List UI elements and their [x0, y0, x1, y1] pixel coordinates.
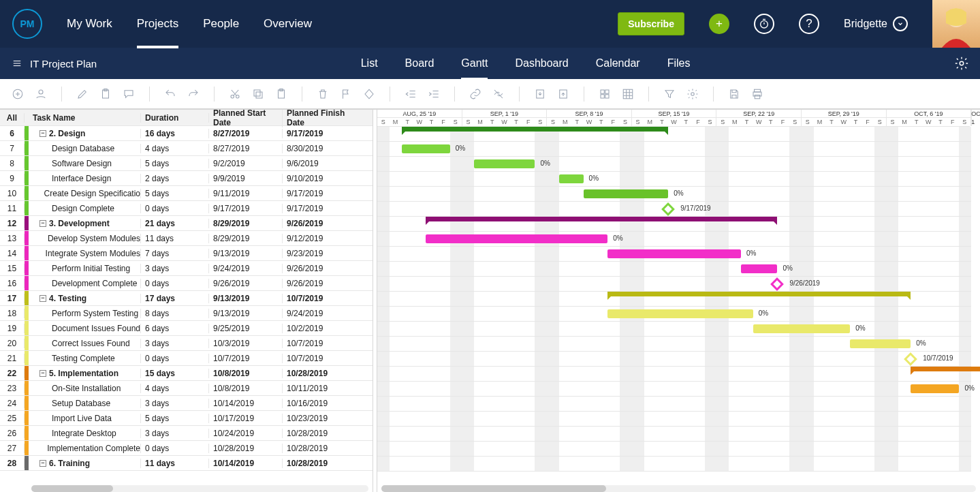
h-scrollbar-left[interactable] [31, 485, 368, 492]
cut-icon[interactable] [228, 87, 242, 101]
gantt-bar[interactable] [426, 234, 607, 243]
task-name-cell[interactable]: Perform System Testing [29, 309, 141, 318]
table-row[interactable]: 28− 6. Training11 days10/14/201910/28/20… [0, 456, 373, 471]
table-row[interactable]: 8Software Design5 days9/2/20199/6/2019 [0, 156, 373, 171]
gantt-bar[interactable] [607, 309, 753, 318]
grid-2-icon[interactable] [621, 87, 635, 101]
assign-icon[interactable] [34, 87, 48, 101]
unlink-icon[interactable] [492, 87, 505, 101]
clipboard-icon[interactable] [99, 87, 112, 101]
table-row[interactable]: 26Integrate Desktop3 days10/24/201910/28… [0, 426, 373, 441]
table-row[interactable]: 21Testing Complete0 days10/7/201910/7/20… [0, 351, 373, 366]
gear-icon[interactable] [954, 56, 969, 71]
copy-icon[interactable] [251, 87, 265, 101]
indent-icon[interactable] [427, 87, 441, 101]
task-name-cell[interactable]: Integrate Desktop [29, 429, 141, 438]
paste-icon[interactable] [274, 87, 288, 101]
table-row[interactable]: 25Import Live Data5 days10/17/201910/23/… [0, 411, 373, 426]
task-name-cell[interactable]: − 2. Design [29, 129, 141, 138]
col-header-finish[interactable]: Planned Finish Date [283, 110, 358, 127]
task-name-cell[interactable]: Perform Initial Testing [29, 264, 141, 273]
col-header-start[interactable]: Planned Start Date [209, 110, 283, 127]
gantt-bar[interactable] [850, 339, 911, 348]
table-row[interactable]: 23On-Site Installation4 days10/8/201910/… [0, 381, 373, 396]
avatar[interactable] [932, 0, 980, 48]
add-task-icon[interactable] [11, 87, 25, 101]
gantt-summary-bar[interactable] [402, 127, 669, 132]
gantt-bar[interactable] [559, 174, 584, 183]
table-row[interactable]: 18Perform System Testing8 days9/13/20199… [0, 306, 373, 321]
nav-overview[interactable]: Overview [264, 2, 312, 46]
delete-icon[interactable] [316, 87, 330, 101]
task-name-cell[interactable]: Setup Database [29, 399, 141, 408]
export-icon[interactable] [556, 87, 570, 101]
table-row[interactable]: 17− 4. Testing17 days9/13/201910/7/2019 [0, 291, 373, 306]
task-name-cell[interactable]: − 6. Training [29, 459, 141, 468]
filter-icon[interactable] [663, 87, 676, 101]
task-name-cell[interactable]: Interface Design [29, 174, 141, 183]
task-name-cell[interactable]: Development Complete [29, 279, 141, 288]
help-icon[interactable]: ? [799, 14, 819, 34]
task-name-cell[interactable]: − 5. Implementation [29, 369, 141, 378]
table-row[interactable]: 14Integrate System Modules7 days9/13/201… [0, 246, 373, 261]
nav-my-work[interactable]: My Work [67, 2, 112, 46]
milestone-icon[interactable] [770, 277, 784, 291]
task-name-cell[interactable]: Document Issues Found [29, 324, 141, 333]
collapse-toggle[interactable]: − [39, 370, 46, 377]
gantt-bar[interactable] [911, 384, 959, 393]
redo-icon[interactable] [187, 87, 200, 101]
gantt-bar[interactable] [607, 249, 741, 258]
collapse-toggle[interactable]: − [39, 220, 46, 227]
milestone-icon[interactable] [661, 202, 675, 216]
undo-icon[interactable] [163, 87, 177, 101]
task-name-cell[interactable]: Testing Complete [29, 354, 141, 363]
task-name-cell[interactable]: Integrate System Modules [29, 249, 141, 258]
table-row[interactable]: 10Create Design Specificatio5 days9/11/2… [0, 186, 373, 201]
timer-icon[interactable] [754, 14, 774, 34]
gantt-bar[interactable] [741, 264, 777, 273]
task-name-cell[interactable]: Software Design [29, 159, 141, 168]
task-name-cell[interactable]: Correct Issues Found [29, 339, 141, 348]
gantt-bar[interactable] [402, 144, 450, 153]
task-name-cell[interactable]: − 4. Testing [29, 294, 141, 303]
gantt-summary-bar[interactable] [911, 367, 980, 371]
task-name-cell[interactable]: Implementation Complete [29, 444, 141, 453]
gantt-bar[interactable] [584, 189, 669, 198]
task-name-cell[interactable]: Develop System Modules [29, 234, 141, 243]
add-button[interactable]: + [709, 14, 729, 34]
table-row[interactable]: 13Develop System Modules11 days8/29/2019… [0, 231, 373, 246]
flag-icon[interactable] [339, 87, 353, 101]
table-row[interactable]: 27Implementation Complete0 days10/28/201… [0, 441, 373, 456]
table-row[interactable]: 24Setup Database3 days10/14/201910/16/20… [0, 396, 373, 411]
subscribe-button[interactable]: Subscribe [618, 12, 684, 35]
table-row[interactable]: 20Correct Issues Found3 days10/3/201910/… [0, 336, 373, 351]
h-scrollbar-right[interactable] [381, 485, 976, 492]
col-header-name[interactable]: Task Name [29, 113, 141, 123]
milestone-icon[interactable] [904, 352, 917, 366]
timeline-body[interactable]: 0%0%0%0%9/17/20190%0%0%9/26/20190%0%0%10… [377, 127, 971, 472]
link-icon[interactable] [469, 87, 482, 101]
table-row[interactable]: 7Design Database4 days8/27/20198/30/2019 [0, 141, 373, 156]
gantt-bar[interactable] [753, 324, 850, 333]
table-row[interactable]: 9Interface Design2 days9/9/20199/10/2019 [0, 171, 373, 186]
table-row[interactable]: 6− 2. Design16 days8/27/20199/17/2019 [0, 126, 373, 141]
task-name-cell[interactable]: Create Design Specificatio [29, 189, 141, 198]
grid-1-icon[interactable] [598, 87, 612, 101]
comment-icon[interactable] [122, 87, 136, 101]
tab-calendar[interactable]: Calendar [596, 49, 640, 78]
edit-icon[interactable] [76, 87, 89, 101]
task-name-cell[interactable]: Design Complete [29, 204, 141, 213]
settings-icon[interactable] [686, 87, 699, 101]
outdent-icon[interactable] [404, 87, 417, 101]
gantt-bar[interactable] [474, 159, 535, 168]
tab-dashboard[interactable]: Dashboard [515, 49, 568, 78]
collapse-toggle[interactable]: − [39, 460, 46, 467]
tab-gantt[interactable]: Gantt [461, 49, 488, 80]
table-row[interactable]: 16Development Complete0 days9/26/20199/2… [0, 276, 373, 291]
table-row[interactable]: 11Design Complete0 days9/17/20199/17/201… [0, 201, 373, 216]
print-icon[interactable] [750, 87, 764, 101]
table-row[interactable]: 22− 5. Implementation15 days10/8/201910/… [0, 366, 373, 381]
tab-list[interactable]: List [361, 49, 378, 78]
collapse-toggle[interactable]: − [39, 295, 46, 302]
gantt-summary-bar[interactable] [426, 217, 777, 221]
